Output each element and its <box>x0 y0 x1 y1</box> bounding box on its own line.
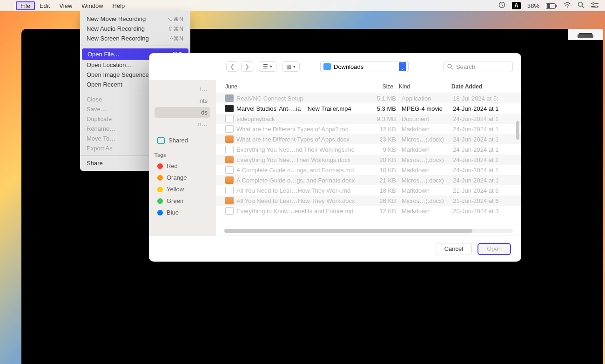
menu-item-new-movie-recording[interactable]: New Movie Recording⌥⌘N <box>80 14 190 24</box>
svg-rect-2 <box>547 4 550 8</box>
open-button[interactable]: Open <box>477 243 511 255</box>
vertical-scrollbar[interactable] <box>516 121 519 140</box>
file-row[interactable]: Everything You Nee…Their Workings.docx20… <box>216 155 521 165</box>
file-docx-icon <box>225 135 234 143</box>
file-docx-icon <box>225 197 234 204</box>
file-md-icon <box>225 207 234 215</box>
file-row[interactable]: All You Need to Lear…How They Work.docx2… <box>216 195 521 206</box>
time-machine-icon[interactable] <box>498 1 505 10</box>
col-date[interactable]: Date Added <box>451 83 512 90</box>
col-size[interactable]: Size <box>354 83 393 90</box>
dialog-main: June Size Kind Date Added RealVNC Connec… <box>216 80 521 236</box>
tag-dot-icon <box>157 163 163 169</box>
tag-yellow[interactable]: Yellow <box>155 184 210 195</box>
svg-rect-3 <box>556 5 557 7</box>
file-md-icon <box>225 146 234 153</box>
col-name[interactable]: June <box>225 83 354 90</box>
tag-dot-icon <box>157 198 163 204</box>
horizontal-scrollbar-thumb[interactable] <box>224 229 472 233</box>
spotlight-icon[interactable] <box>578 1 585 10</box>
file-row[interactable]: What are the Different Types of Apps?.md… <box>216 124 521 134</box>
input-source-indicator[interactable]: A <box>512 2 521 9</box>
shared-folder-icon <box>157 137 165 144</box>
file-list[interactable]: RealVNC Connect Setup5.1 MBApplication18… <box>216 93 521 228</box>
svg-point-10 <box>595 6 598 8</box>
tag-orange[interactable]: Orange <box>155 172 210 183</box>
file-docx-icon <box>225 156 234 163</box>
view-icon-select[interactable]: ▦ ▾ <box>282 61 300 72</box>
column-headers[interactable]: June Size Kind Date Added <box>216 80 521 93</box>
file-row[interactable]: A Complete Guide o…gs, and Formats.docx2… <box>216 175 521 185</box>
file-app-icon <box>225 94 234 102</box>
file-row[interactable]: Marvel Studios' Ant-…ia _ New Trailer.mp… <box>216 103 521 114</box>
tag-blue[interactable]: Blue <box>155 207 210 218</box>
menu-item-new-screen-recording[interactable]: New Screen Recording^⌘N <box>80 34 190 43</box>
menu-view[interactable]: View <box>54 1 77 10</box>
menu-help[interactable]: Help <box>108 1 130 10</box>
folder-icon <box>323 63 331 70</box>
battery-icon[interactable] <box>546 2 557 9</box>
search-icon <box>447 64 453 70</box>
svg-line-14 <box>451 67 453 69</box>
wifi-icon[interactable] <box>564 2 571 9</box>
sidebar-tags-header: Tags <box>155 152 210 158</box>
file-row[interactable]: All You Need to Lear…How They Work.md18 … <box>216 185 521 195</box>
svg-point-9 <box>592 2 595 5</box>
sidebar-item[interactable]: ds <box>155 107 210 118</box>
sidebar-item[interactable]: ri… <box>155 119 210 129</box>
sidebar-item[interactable]: nts <box>155 95 210 106</box>
file-docx-icon <box>225 176 234 184</box>
file-row[interactable]: Everything to Know…enefits and Future.md… <box>216 206 521 216</box>
file-doc-icon <box>225 115 234 122</box>
menu-item-new-audio-recording[interactable]: New Audio Recording⇧⌘N <box>80 24 190 34</box>
file-row[interactable]: What are the Different Types of Apps.doc… <box>216 134 521 144</box>
dialog-sidebar: i…ntsdsri… Shared Tags RedOrangeYellowGr… <box>149 80 216 236</box>
search-placeholder: Search <box>456 63 475 70</box>
svg-point-4 <box>567 6 568 7</box>
sidebar-item[interactable]: i… <box>155 84 210 94</box>
file-row[interactable]: videoplayback9.3 MBDocument24-Jun-2024 a… <box>216 114 521 124</box>
menu-window[interactable]: Window <box>77 1 108 10</box>
file-row[interactable]: A Complete Guide o…ngs, and Formats.md10… <box>216 165 521 175</box>
tag-red[interactable]: Red <box>155 161 210 171</box>
control-center-icon[interactable] <box>591 2 598 9</box>
battery-percent: 38% <box>527 2 539 9</box>
menubar: File Edit View Window Help A 38% <box>0 0 605 11</box>
sidebar-item-shared[interactable]: Shared <box>155 135 210 146</box>
dialog-action-bar: Cancel Open <box>149 236 521 262</box>
file-mp4-icon <box>225 105 234 112</box>
dialog-toolbar: ❮ ❯ ☰ ▾ ▦ ▾ Downloads ⌃⌄ Search <box>149 53 521 80</box>
menu-separator <box>80 46 190 46</box>
menu-edit[interactable]: Edit <box>35 1 54 10</box>
tag-dot-icon <box>157 210 163 216</box>
menu-file[interactable]: File <box>16 1 35 10</box>
nav-back-button[interactable]: ❮ <box>226 61 238 72</box>
col-kind[interactable]: Kind <box>393 83 451 90</box>
svg-rect-12 <box>578 34 593 38</box>
tag-dot-icon <box>157 187 163 192</box>
updown-icon: ⌃⌄ <box>399 62 406 71</box>
tag-dot-icon <box>157 175 163 181</box>
file-md-icon <box>225 166 234 174</box>
open-file-dialog: ❮ ❯ ☰ ▾ ▦ ▾ Downloads ⌃⌄ Search i…ntsdsr… <box>149 53 521 262</box>
location-select[interactable]: Downloads ⌃⌄ <box>320 61 409 72</box>
search-input[interactable]: Search <box>443 61 513 72</box>
partial-window-peek <box>568 29 603 40</box>
file-row[interactable]: Everything You Nee…nd Their Workings.md9… <box>216 144 521 155</box>
location-label: Downloads <box>334 63 396 70</box>
svg-line-6 <box>582 6 584 8</box>
file-md-icon <box>225 187 234 194</box>
view-list-select[interactable]: ☰ ▾ <box>259 61 276 72</box>
tag-green[interactable]: Green <box>155 195 210 206</box>
file-md-icon <box>225 125 234 133</box>
svg-point-5 <box>578 2 583 7</box>
file-row[interactable]: RealVNC Connect Setup5.1 MBApplication18… <box>216 93 521 103</box>
horizontal-scrollbar-track[interactable] <box>224 229 513 233</box>
svg-point-13 <box>448 64 451 68</box>
nav-forward-button[interactable]: ❯ <box>241 61 253 72</box>
cancel-button[interactable]: Cancel <box>436 243 472 255</box>
